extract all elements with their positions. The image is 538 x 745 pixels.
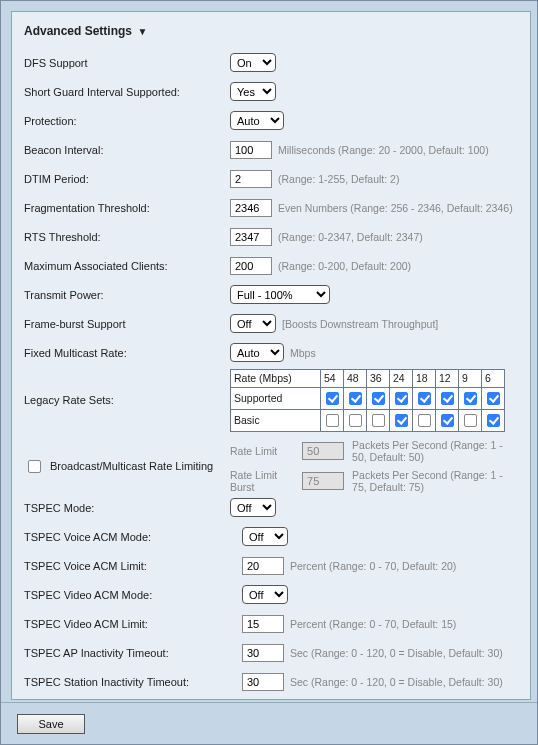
dtim-label: DTIM Period: (24, 173, 230, 185)
rate-col-2: 36 (367, 369, 390, 387)
dfs-label: DFS Support (24, 57, 230, 69)
frag-input[interactable] (230, 199, 272, 217)
tspec-vidl-input[interactable] (242, 615, 284, 633)
tspec-vacl-input[interactable] (242, 557, 284, 575)
dtim-input[interactable] (230, 170, 272, 188)
app-frame: Advanced Settings ▼ DFS Support OnOff Sh… (0, 0, 538, 745)
tspec-stin-input[interactable] (242, 673, 284, 691)
rate-cb[interactable] (441, 414, 454, 427)
rate-cb[interactable] (326, 414, 339, 427)
tspec-vacm-select[interactable]: OffOn (242, 527, 288, 546)
mcast-select[interactable]: Auto (230, 343, 284, 362)
mcast-label: Fixed Multicast Rate: (24, 347, 230, 359)
txpower-label: Transmit Power: (24, 289, 230, 301)
rate-cb[interactable] (487, 414, 500, 427)
rate-cb[interactable] (372, 414, 385, 427)
rate-cb[interactable] (487, 392, 500, 405)
rate-cb[interactable] (326, 392, 339, 405)
rts-label: RTS Threshold: (24, 231, 230, 243)
rate-col-0: 54 (321, 369, 344, 387)
frameburst-select[interactable]: OffOn (230, 314, 276, 333)
tspec-vacm-label: TSPEC Voice ACM Mode: (24, 531, 230, 543)
tspec-apin-hint: Sec (Range: 0 - 120, 0 = Disable, Defaul… (290, 647, 503, 659)
rate-col-5: 12 (436, 369, 459, 387)
protection-select[interactable]: AutoOff (230, 111, 284, 130)
tspec-vacl-label: TSPEC Voice ACM Limit: (24, 560, 230, 572)
beacon-input[interactable] (230, 141, 272, 159)
protection-label: Protection: (24, 115, 230, 127)
rate-cb[interactable] (464, 392, 477, 405)
tspec-vidm-select[interactable]: OffOn (242, 585, 288, 604)
ratelimit-input (302, 442, 344, 460)
beacon-label: Beacon Interval: (24, 144, 230, 156)
rts-input[interactable] (230, 228, 272, 246)
rate-cb[interactable] (349, 392, 362, 405)
bmrl-label: Broadcast/Multicast Rate Limiting (50, 460, 213, 472)
rate-col-3: 24 (390, 369, 413, 387)
tspec-stin-label: TSPEC Station Inactivity Timeout: (24, 676, 230, 688)
ratelimitburst-input (302, 472, 344, 490)
ratelimit-label: Rate Limit (230, 445, 294, 457)
tspec-mode-label: TSPEC Mode: (24, 502, 230, 514)
bmrl-checkbox[interactable] (28, 460, 41, 473)
maxassoc-label: Maximum Associated Clients: (24, 260, 230, 272)
rts-hint: (Range: 0-2347, Default: 2347) (278, 231, 423, 243)
frag-hint: Even Numbers (Range: 256 - 2346, Default… (278, 202, 513, 214)
tspec-vidl-label: TSPEC Video ACM Limit: (24, 618, 230, 630)
rate-cb[interactable] (441, 392, 454, 405)
ratelimitburst-label: Rate Limit Burst (230, 469, 294, 493)
sgi-label: Short Guard Interval Supported: (24, 86, 230, 98)
tspec-apin-input[interactable] (242, 644, 284, 662)
rate-col-6: 9 (459, 369, 482, 387)
rate-row-label: Supported (231, 387, 321, 409)
tspec-stin-hint: Sec (Range: 0 - 120, 0 = Disable, Defaul… (290, 676, 503, 688)
advanced-settings-panel: Advanced Settings ▼ DFS Support OnOff Sh… (11, 11, 531, 700)
tspec-vidm-label: TSPEC Video ACM Mode: (24, 589, 230, 601)
sgi-select[interactable]: YesNo (230, 82, 276, 101)
section-title: Advanced Settings (24, 24, 132, 38)
rate-row-label: Basic (231, 409, 321, 431)
frameburst-hint: [Boosts Downstream Throughput] (282, 318, 438, 330)
dfs-select[interactable]: OnOff (230, 53, 276, 72)
section-header[interactable]: Advanced Settings ▼ (24, 24, 520, 38)
legacy-label: Legacy Rate Sets: (24, 394, 230, 406)
rate-cb[interactable] (395, 414, 408, 427)
frameburst-label: Frame-burst Support (24, 318, 230, 330)
maxassoc-hint: (Range: 0-200, Default: 200) (278, 260, 411, 272)
frag-label: Fragmentation Threshold: (24, 202, 230, 214)
rate-cb[interactable] (349, 414, 362, 427)
legacy-rate-table: Rate (Mbps) 54 48 36 24 18 12 9 6 Suppor… (230, 369, 505, 432)
footer: Save (1, 702, 537, 744)
rate-cb[interactable] (372, 392, 385, 405)
rate-cb[interactable] (395, 392, 408, 405)
tspec-vidl-hint: Percent (Range: 0 - 70, Default: 15) (290, 618, 456, 630)
ratelimit-hint: Packets Per Second (Range: 1 - 50, Defau… (352, 439, 520, 463)
txpower-select[interactable]: Full - 100% (230, 285, 330, 304)
save-button[interactable]: Save (17, 714, 85, 734)
tspec-vacl-hint: Percent (Range: 0 - 70, Default: 20) (290, 560, 456, 572)
rate-cb[interactable] (418, 392, 431, 405)
rate-header-row: Rate (Mbps) 54 48 36 24 18 12 9 6 (231, 369, 505, 387)
tspec-mode-select[interactable]: OffOn (230, 498, 276, 517)
rate-cb[interactable] (418, 414, 431, 427)
rate-row-basic: Basic (231, 409, 505, 431)
chevron-down-icon: ▼ (137, 26, 147, 37)
beacon-hint: Milliseconds (Range: 20 - 2000, Default:… (278, 144, 489, 156)
mcast-unit: Mbps (290, 347, 316, 359)
maxassoc-input[interactable] (230, 257, 272, 275)
rate-cb[interactable] (464, 414, 477, 427)
dtim-hint: (Range: 1-255, Default: 2) (278, 173, 399, 185)
rate-col-4: 18 (413, 369, 436, 387)
rate-row-supported: Supported (231, 387, 505, 409)
rate-header: Rate (Mbps) (231, 369, 321, 387)
ratelimitburst-hint: Packets Per Second (Range: 1 - 75, Defau… (352, 469, 520, 493)
rate-col-1: 48 (344, 369, 367, 387)
tspec-apin-label: TSPEC AP Inactivity Timeout: (24, 647, 230, 659)
rate-col-7: 6 (482, 369, 505, 387)
